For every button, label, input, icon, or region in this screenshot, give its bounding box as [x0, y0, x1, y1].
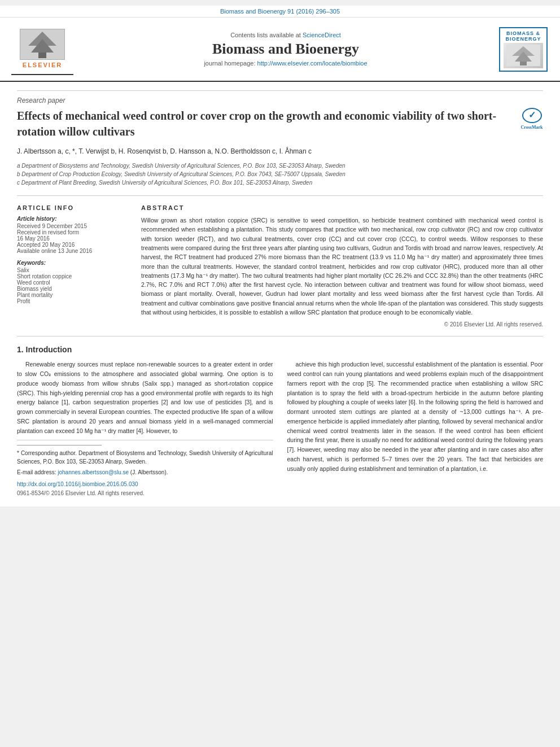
sciencedirect-anchor[interactable]: ScienceDirect	[303, 32, 341, 38]
intro-body: Renewable energy sources must replace no…	[17, 360, 543, 498]
intro-col2-p1: achieve this high production level, succ…	[287, 360, 544, 474]
footnote-divider	[17, 445, 102, 445]
crossmark-icon: ✓	[522, 108, 542, 123]
intro-section-title: 1. Introduction	[17, 345, 543, 354]
corresponding-author-note: * Corresponding author. Department of Bi…	[17, 449, 273, 466]
homepage-link[interactable]: http://www.elsevier.com/locate/biombioe	[257, 60, 368, 67]
article-history: Article history: Received 9 December 201…	[17, 216, 130, 254]
received-date: Received 9 December 2015	[17, 223, 130, 229]
keyword-1: Salix	[17, 267, 130, 273]
body-divider	[17, 336, 543, 337]
intro-col1: Renewable energy sources must replace no…	[17, 360, 273, 498]
keyword-3: Weed control	[17, 279, 130, 286]
bb-logo-image	[504, 43, 543, 68]
journal-logo-right: BIOMASS & BIOENERGY	[498, 27, 549, 72]
header-divider	[17, 195, 543, 196]
abstract-col: ABSTRACT Willow grown as short rotation …	[141, 204, 543, 327]
keywords-label: Keywords:	[17, 260, 130, 266]
journal-center: Contents lists available at ScienceDirec…	[73, 32, 498, 67]
email-name: (J. Albertsson).	[130, 469, 168, 475]
abstract-heading: ABSTRACT	[141, 204, 543, 211]
authors-text: J. Albertsson a, c, *, T. Verwijst b, H.…	[17, 147, 312, 155]
history-label: Article history:	[17, 216, 130, 222]
journal-title: Biomass and Bioenergy	[73, 41, 498, 58]
article-info-col: ARTICLE INFO Article history: Received 9…	[17, 204, 130, 327]
elsevier-logo-area: ELSEVIER	[11, 23, 73, 75]
keywords-section: Keywords: Salix Short rotation coppice W…	[17, 260, 130, 304]
online-date: Available online 13 June 2016	[17, 248, 130, 254]
article-title-area: Effects of mechanical weed control or co…	[17, 108, 543, 139]
svg-rect-3	[38, 53, 46, 58]
article-type: Research paper	[17, 90, 543, 104]
elsevier-label: ELSEVIER	[23, 62, 62, 68]
keyword-2: Short rotation coppice	[17, 273, 130, 279]
issn-text: 0961-8534/© 2016 Elsevier Ltd. All right…	[17, 489, 273, 498]
intro-section-number: 1.	[17, 345, 26, 354]
keyword-6: Profit	[17, 298, 130, 304]
article-info-abstract: ARTICLE INFO Article history: Received 9…	[17, 204, 543, 327]
email-footnote: E-mail address: johannes.albertsson@slu.…	[17, 468, 273, 477]
article-title: Effects of mechanical weed control or co…	[17, 108, 520, 139]
bb-logo-box: BIOMASS & BIOENERGY	[499, 27, 548, 72]
citation-text: Biomass and Bioenergy 91 (2016) 296–305	[220, 8, 340, 15]
intro-col1-p1: Renewable energy sources must replace no…	[17, 360, 273, 435]
authors-list: J. Albertsson a, c, *, T. Verwijst b, H.…	[17, 146, 543, 157]
affiliations: a Department of Biosystems and Technolog…	[17, 161, 543, 187]
bb-logo-line1: BIOMASS &	[504, 30, 543, 36]
accepted-date: Accepted 20 May 2016	[17, 242, 130, 248]
content-area: Research paper Effects of mechanical wee…	[0, 82, 560, 506]
doi-footer: http://dx.doi.org/10.1016/j.biombioe.201…	[17, 480, 273, 489]
footnote-text-content: * Corresponding author. Department of Bi…	[17, 450, 273, 465]
affiliation-c: c Department of Plant Breeding, Swedish …	[17, 178, 543, 187]
revised-date: 16 May 2016	[17, 235, 130, 242]
email-label: E-mail address:	[17, 469, 56, 475]
abstract-text: Willow grown as short rotation coppice (…	[141, 216, 543, 317]
crossmark-label: CrossMark	[521, 124, 543, 130]
page: Biomass and Bioenergy 91 (2016) 296–305 …	[0, 6, 560, 506]
elsevier-tree-image	[20, 29, 65, 60]
introduction-section: 1. Introduction Renewable energy sources…	[17, 345, 543, 498]
journal-header: ELSEVIER Contents lists available at Sci…	[0, 18, 560, 82]
affiliation-a: a Department of Biosystems and Technolog…	[17, 161, 543, 170]
affiliation-b: b Department of Crop Production Ecology,…	[17, 170, 543, 178]
bb-logo-line2: BIOENERGY	[504, 36, 543, 42]
keyword-4: Biomass yield	[17, 286, 130, 292]
sciencedirect-link: Contents lists available at ScienceDirec…	[73, 32, 498, 38]
intro-col2: achieve this high production level, succ…	[287, 360, 544, 498]
article-info-heading: ARTICLE INFO	[17, 204, 130, 211]
journal-homepage: journal homepage: http://www.elsevier.co…	[73, 60, 498, 67]
revised-label: Received in revised form	[17, 229, 130, 235]
email-link[interactable]: johannes.albertsson@slu.se	[58, 469, 129, 475]
svg-rect-8	[520, 62, 527, 65]
keyword-5: Plant mortality	[17, 292, 130, 298]
intro-title-text: Introduction	[26, 345, 72, 354]
doi-link[interactable]: http://dx.doi.org/10.1016/j.biombioe.201…	[17, 481, 138, 487]
copyright-text: © 2016 Elsevier Ltd. All rights reserved…	[141, 321, 543, 327]
footnote-section: * Corresponding author. Department of Bi…	[17, 440, 273, 498]
crossmark-area: ✓ CrossMark	[520, 108, 543, 130]
citation-bar: Biomass and Bioenergy 91 (2016) 296–305	[0, 6, 560, 18]
